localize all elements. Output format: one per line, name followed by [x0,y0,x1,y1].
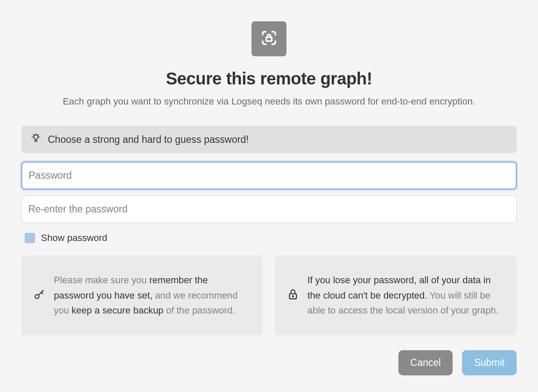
lose-password-card: If you lose your password, all of your d… [275,256,517,335]
remember-strong-2: keep a secure backup [72,305,164,316]
submit-button[interactable]: Submit [462,350,517,375]
dialog-title: Secure this remote graph! [166,69,372,88]
lock-icon [287,288,299,302]
header-icon-box [251,21,287,56]
hint-text: Choose a strong and hard to guess passwo… [48,134,249,145]
show-password-checkbox[interactable] [25,233,35,243]
remember-password-text: Please make sure you remember the passwo… [54,273,250,318]
secure-graph-dialog: Secure this remote graph! Each graph you… [0,0,538,392]
cancel-button[interactable]: Cancel [398,350,453,375]
remember-password-card: Please make sure you remember the passwo… [21,256,263,335]
dialog-actions: Cancel Submit [21,350,517,375]
dialog-subtitle: Each graph you want to synchronize via L… [63,96,475,107]
lightbulb-icon [31,134,41,145]
remember-suffix: of the password. [164,305,235,316]
remember-prefix: Please make sure you [54,275,149,285]
confirm-password-input[interactable] [21,195,517,223]
secure-lock-scan-icon [260,29,278,49]
show-password-row: Show password [21,232,517,244]
lose-password-text: If you lose your password, all of your d… [307,273,504,318]
hint-bar: Choose a strong and hard to guess passwo… [21,126,517,153]
svg-point-3 [292,296,293,297]
key-icon [33,288,45,302]
show-password-label: Show password [41,232,107,244]
info-cards: Please make sure you remember the passwo… [21,256,517,335]
password-input[interactable] [21,162,517,189]
